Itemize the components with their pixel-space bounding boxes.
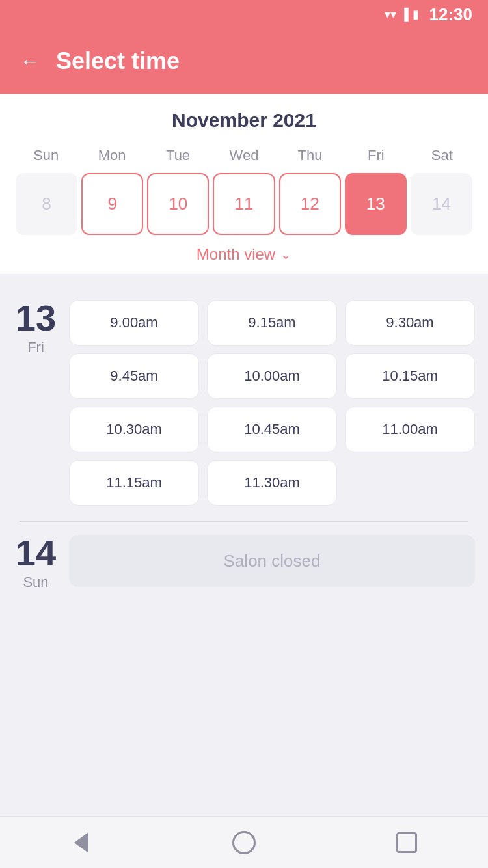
time-slot-1030am[interactable]: 10.30am: [69, 407, 199, 452]
day-header-sun: Sun: [13, 144, 79, 167]
day-cell-10[interactable]: 10: [147, 173, 209, 235]
nav-recents-button[interactable]: [390, 826, 423, 859]
calendar-section: November 2021 Sun Mon Tue Wed Thu Fri Sa…: [0, 94, 488, 274]
day-13-number: 13: [16, 300, 56, 336]
time-slot-930am[interactable]: 9.30am: [345, 300, 475, 346]
day-cell-9[interactable]: 9: [81, 173, 143, 235]
day-header-tue: Tue: [145, 144, 211, 167]
day-14-col: 14 Sun: [13, 535, 59, 591]
day-cell-8: 8: [16, 173, 77, 235]
day-14-name: Sun: [23, 574, 48, 591]
day-cell-14: 14: [411, 173, 472, 235]
week-row: 8 9 10 11 12 13 14: [13, 173, 475, 235]
app-header: ← Select time: [0, 29, 488, 94]
chevron-down-icon: ⌄: [280, 247, 291, 262]
day-block-14: 14 Sun Salon closed: [13, 522, 475, 606]
day-cell-13[interactable]: 13: [345, 173, 407, 235]
navigation-bar: [0, 816, 488, 868]
month-view-toggle[interactable]: Month view ⌄: [13, 245, 475, 264]
month-year-label: November 2021: [13, 109, 475, 131]
day-header-thu: Thu: [277, 144, 343, 167]
time-slot-900am[interactable]: 9.00am: [69, 300, 199, 346]
day-header-fri: Fri: [343, 144, 409, 167]
day-block-13: 13 Fri 9.00am 9.15am 9.30am 9.45am 10.00…: [13, 287, 475, 521]
time-slot-945am[interactable]: 9.45am: [69, 353, 199, 399]
day-headers-row: Sun Mon Tue Wed Thu Fri Sat: [13, 144, 475, 167]
day-13-col: 13 Fri: [13, 300, 59, 506]
day-header-sat: Sat: [409, 144, 475, 167]
back-button[interactable]: ←: [20, 49, 40, 74]
time-slot-915am[interactable]: 9.15am: [207, 300, 337, 346]
month-view-label: Month view: [197, 245, 275, 264]
salon-closed-label: Salon closed: [224, 551, 321, 571]
back-nav-icon: [74, 832, 88, 853]
page-title: Select time: [56, 47, 180, 75]
salon-closed-block: Salon closed: [69, 535, 475, 587]
day-header-wed: Wed: [211, 144, 277, 167]
wifi-icon: ▾▾: [385, 7, 396, 21]
status-time: 12:30: [429, 5, 473, 25]
home-nav-icon: [232, 831, 256, 854]
time-slot-1015am[interactable]: 10.15am: [345, 353, 475, 399]
slots-grid-13: 9.00am 9.15am 9.30am 9.45am 10.00am 10.1…: [69, 300, 475, 506]
time-slot-1100am[interactable]: 11.00am: [345, 407, 475, 452]
day-cell-12[interactable]: 12: [279, 173, 341, 235]
recents-nav-icon: [396, 832, 417, 853]
time-slot-1130am[interactable]: 11.30am: [207, 460, 337, 506]
nav-back-button[interactable]: [65, 826, 98, 859]
day-13-name: Fri: [27, 339, 44, 356]
time-slot-1115am[interactable]: 11.15am: [69, 460, 199, 506]
status-icons: ▾▾ ▐ ▮: [385, 7, 419, 21]
time-slot-1000am[interactable]: 10.00am: [207, 353, 337, 399]
time-slot-1045am[interactable]: 10.45am: [207, 407, 337, 452]
battery-icon: ▮: [413, 7, 419, 21]
status-bar: ▾▾ ▐ ▮ 12:30: [0, 0, 488, 29]
day-header-mon: Mon: [79, 144, 144, 167]
slots-section: 13 Fri 9.00am 9.15am 9.30am 9.45am 10.00…: [0, 274, 488, 606]
signal-icon: ▐: [400, 8, 409, 21]
day-14-number: 14: [16, 535, 56, 571]
nav-home-button[interactable]: [228, 826, 260, 859]
day-cell-11[interactable]: 11: [213, 173, 275, 235]
